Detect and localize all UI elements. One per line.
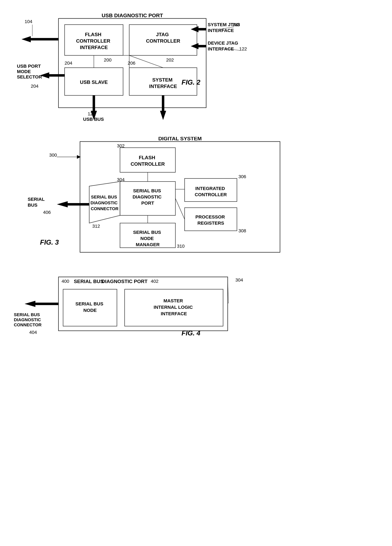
flash-controller-label3: FLASH CONTROLLER [131, 155, 165, 167]
fig3-section: DIGITAL SYSTEM FLASH CONTROLLER 302 SERI… [12, 137, 380, 260]
ref-204: 204 [31, 84, 39, 89]
flash-controller-label: FLASH CONTROLLER INTERFACE [76, 32, 111, 50]
serial-bus-diag-port-label: SERIAL BUS DIAGNOSTIC PORT [133, 188, 163, 206]
connect-port-processor [175, 198, 185, 219]
usb-port-label1: USB PORT [17, 64, 41, 69]
device-jtag-label: DEVICE JTAG [208, 40, 238, 46]
ref-308: 308 [238, 228, 246, 233]
arrow-sysjtag-head [191, 26, 198, 32]
processor-registers-label: PROCESSOR REGISTERS [195, 214, 226, 226]
usb-port-label3: SELECTOR [17, 74, 42, 79]
fig4-title1: SERIAL BUS [74, 279, 104, 284]
serial-bus-node-label: SERIAL BUS NODE [75, 301, 105, 313]
fig4-connector-label1: SERIAL BUS [14, 312, 40, 317]
serial-bus-label1: SERIAL [28, 197, 45, 202]
fig4-connector-label2: DIAGNOSTIC [14, 317, 41, 322]
ref-312: 312 [92, 224, 100, 229]
fig4-connector-label3: CONNECTOR [14, 322, 42, 327]
fig4-title2: DIAGNOSTIC PORT [102, 279, 148, 284]
fig2-section: USB DIAGNOSTIC PORT FLASH CONTROLLER INT… [12, 9, 380, 125]
system-interface-label: SYSTEM INTERFACE [149, 77, 177, 89]
fig3-outer-title: DIGITAL SYSTEM [158, 137, 202, 141]
fig2-svg: USB DIAGNOSTIC PORT FLASH CONTROLLER INT… [12, 9, 382, 125]
ref-304-fig4: 304 [235, 277, 243, 282]
arrow-flash-left-head [21, 36, 31, 42]
ref-402: 402 [151, 279, 158, 284]
ref-118: 118 [232, 22, 240, 27]
usb-port-label2: MODE [17, 69, 31, 74]
arrow-sysinterface-downhead [160, 111, 166, 120]
fig4-label: FIG. 4 [182, 329, 200, 337]
ref-204-inner: 204 [65, 60, 72, 65]
fig3-label: FIG. 3 [40, 239, 59, 246]
ref-310: 310 [177, 244, 185, 249]
fig4-svg: SERIAL BUS DIAGNOSTIC PORT 400 402 304 S… [12, 272, 320, 342]
usb-bus-label: USB BUS [83, 117, 104, 122]
serial-bus-node-mgr-label: SERIAL BUS NODE MANAGER [133, 230, 162, 247]
usb-slave-label: USB SLAVE [80, 79, 108, 85]
fig2-label: FIG. 2 [182, 78, 201, 86]
fig3-svg: DIGITAL SYSTEM FLASH CONTROLLER 302 SERI… [12, 137, 382, 260]
fig4-section: SERIAL BUS DIAGNOSTIC PORT 400 402 304 S… [12, 272, 380, 342]
ref-304: 304 [117, 177, 125, 182]
ref-206: 206 [128, 60, 135, 65]
jtag-controller-label: JTAG CONTROLLER [146, 32, 180, 44]
system-jtag-label2: INTERFACE [208, 28, 234, 33]
ref-122: 122 [239, 46, 247, 51]
fig2-outer-title: USB DIAGNOSTIC PORT [102, 13, 163, 18]
arrow-devjtag-head [191, 43, 198, 49]
ref-406: 406 [43, 210, 51, 215]
serial-bus-connector-label: SERIAL BUS DIAGNOSTIC CONNECTOR [91, 195, 119, 211]
ref-202: 202 [166, 57, 174, 62]
ref-300: 300 [49, 152, 57, 157]
ref-104: 104 [25, 19, 32, 24]
integrated-controller-label: INTEGRATED CONTROLLER [195, 186, 227, 197]
ref-306: 306 [238, 174, 246, 179]
device-jtag-label2: INTERFACE [208, 46, 234, 51]
serial-bus-label2: BUS [28, 202, 37, 208]
ref-400: 400 [62, 279, 69, 284]
arrow-fig4-left-head [25, 301, 35, 307]
ref-302: 302 [117, 143, 125, 148]
ref-124: 124 [88, 111, 95, 116]
arrow-serial-bus-head [57, 201, 68, 207]
master-internal-label: MASTER INTERNAL LOGIC INTERFACE [154, 298, 194, 316]
ref-404: 404 [29, 330, 37, 335]
ref-200: 200 [104, 57, 111, 62]
